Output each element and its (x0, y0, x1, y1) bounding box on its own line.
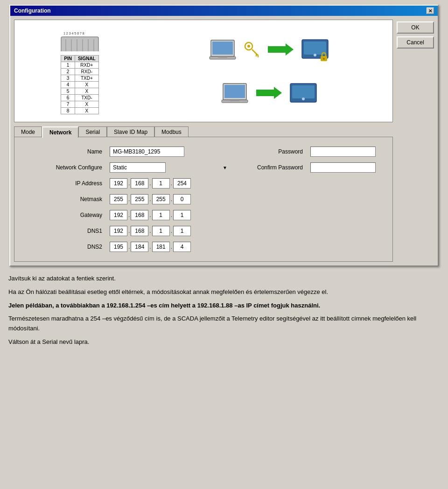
device-lock-top (301, 37, 329, 62)
dns2-d[interactable] (173, 242, 191, 252)
svg-text:1 2 3 4 5 6 7 8: 1 2 3 4 5 6 7 8 (63, 32, 84, 35)
gateway-c[interactable] (152, 210, 170, 220)
tab-serial[interactable]: Serial (78, 126, 107, 138)
key-icon (244, 42, 260, 58)
svg-marker-28 (256, 87, 282, 99)
bottom-text-line4: Természetesen maradhatna a 254 –es végző… (8, 314, 440, 334)
tabs-container: Mode Network Serial Slave ID Map Modbus (14, 126, 393, 137)
pin-row: 2RXD- (61, 69, 98, 75)
diagram-row-bottom (153, 81, 385, 105)
dns1-a[interactable] (110, 226, 127, 236)
diagram-image-area: 1 2 3 4 5 6 7 8 (14, 20, 393, 122)
dns1-label: DNS1 (22, 228, 106, 234)
netmask-b[interactable] (131, 194, 148, 204)
cancel-button[interactable]: Cancel (397, 36, 434, 49)
pin-table: PIN SIGNAL 1RXD+ 2RXD- 3TXD+ 4X 5X 6TXD-… (61, 55, 98, 114)
bottom-text-line5: Váltson át a Serial nevű lapra. (8, 337, 440, 347)
configuration-dialog: Configuration ✕ 1 2 3 4 5 6 7 8 (9, 5, 439, 266)
network-configure-wrapper: Static DHCP ▼ (110, 162, 228, 173)
ip-address-field: . . . (110, 178, 228, 189)
device-icon-bottom (289, 81, 317, 105)
tab-panel-network: Name Password Network Configure Static D… (14, 137, 393, 262)
gateway-d[interactable] (173, 210, 191, 220)
name-input[interactable] (110, 147, 184, 157)
dns2-field: . . . (110, 242, 228, 252)
dropdown-arrow-icon: ▼ (223, 165, 227, 170)
pin-row: 7X (61, 101, 98, 108)
pin-row: 3TXD+ (61, 75, 98, 82)
ip-address-b[interactable] (131, 178, 148, 189)
password-input-wrapper (310, 147, 385, 157)
confirm-password-label: Confirm Password (232, 164, 307, 171)
pin-diagram: 1 2 3 4 5 6 7 8 (14, 20, 145, 122)
svg-point-14 (247, 45, 250, 48)
ok-button[interactable]: OK (397, 21, 434, 34)
svg-point-21 (314, 54, 316, 56)
pin-header: PIN (61, 56, 75, 62)
dns1-c[interactable] (152, 226, 170, 236)
ip-address-d[interactable] (173, 178, 191, 189)
bottom-text-line2: Ha az Ön hálózati beállításai esetleg et… (8, 287, 440, 297)
bottom-text-line3: Jelen példában, a továbbiakban a 192.168… (8, 301, 440, 311)
svg-rect-30 (292, 85, 315, 98)
pin-row: 8X (61, 108, 98, 114)
diagram-right (145, 20, 392, 122)
title-bar-buttons: ✕ (427, 7, 434, 14)
dns1-d[interactable] (173, 226, 191, 236)
dialog-buttons: OK Cancel (397, 20, 434, 262)
svg-point-23 (323, 58, 325, 60)
signal-header: SIGNAL (75, 56, 98, 62)
netmask-d[interactable] (173, 194, 191, 204)
pin-row: 1RXD+ (61, 62, 98, 69)
gateway-a[interactable] (110, 210, 127, 220)
name-label: Name (22, 148, 106, 155)
pin-row: 6TXD- (61, 95, 98, 101)
network-configure-label: Network Configure (22, 164, 106, 171)
dns1-field: . . . (110, 226, 228, 236)
dialog-body: 1 2 3 4 5 6 7 8 (10, 16, 438, 265)
netmask-label: Netmask (22, 196, 106, 203)
dns2-a[interactable] (110, 242, 127, 252)
svg-rect-10 (212, 42, 233, 55)
confirm-password-input[interactable] (310, 162, 376, 173)
dns2-b[interactable] (131, 242, 148, 252)
ip-address-c[interactable] (152, 178, 170, 189)
svg-line-15 (252, 49, 258, 56)
dns2-c[interactable] (152, 242, 170, 252)
svg-rect-12 (218, 56, 227, 58)
tab-slave-id-map[interactable]: Slave ID Map (107, 126, 154, 138)
netmask-field: . . . (110, 194, 228, 204)
tab-modbus[interactable]: Modbus (154, 126, 189, 138)
svg-rect-0 (61, 37, 98, 51)
svg-marker-18 (268, 43, 294, 56)
tab-mode[interactable]: Mode (14, 126, 42, 138)
dialog-main: 1 2 3 4 5 6 7 8 (14, 20, 393, 262)
gateway-b[interactable] (131, 210, 148, 220)
pin-row: 5X (61, 88, 98, 95)
svg-point-31 (302, 98, 305, 100)
gateway-field: . . . (110, 210, 228, 220)
ip-address-label: IP Address (22, 180, 106, 187)
bottom-text-line1: Javítsuk ki az adatokat a fentiek szerin… (8, 274, 440, 284)
netmask-c[interactable] (152, 194, 170, 204)
tab-network[interactable]: Network (42, 126, 78, 138)
name-input-wrapper (110, 147, 228, 157)
password-input[interactable] (310, 147, 376, 157)
arrow-right-top (268, 42, 294, 56)
close-button[interactable]: ✕ (427, 7, 434, 14)
ip-address-a[interactable] (110, 178, 127, 189)
network-configure-select[interactable]: Static DHCP (110, 162, 166, 173)
netmask-a[interactable] (110, 194, 127, 204)
pin-row: 4X (61, 82, 98, 88)
image-content: 1 2 3 4 5 6 7 8 (14, 20, 392, 122)
laptop-icon-top (209, 38, 237, 61)
bottom-text-area: Javítsuk ki az adatokat a fentiek szerin… (5, 266, 443, 347)
connector-svg: 1 2 3 4 5 6 7 8 (56, 28, 103, 51)
dns1-b[interactable] (131, 226, 148, 236)
lock-icon (319, 52, 329, 62)
confirm-password-input-wrapper (310, 162, 385, 173)
laptop-icon-bottom (221, 81, 249, 105)
svg-rect-25 (224, 85, 245, 98)
diagram-row-top (153, 37, 385, 62)
dns2-label: DNS2 (22, 244, 106, 250)
